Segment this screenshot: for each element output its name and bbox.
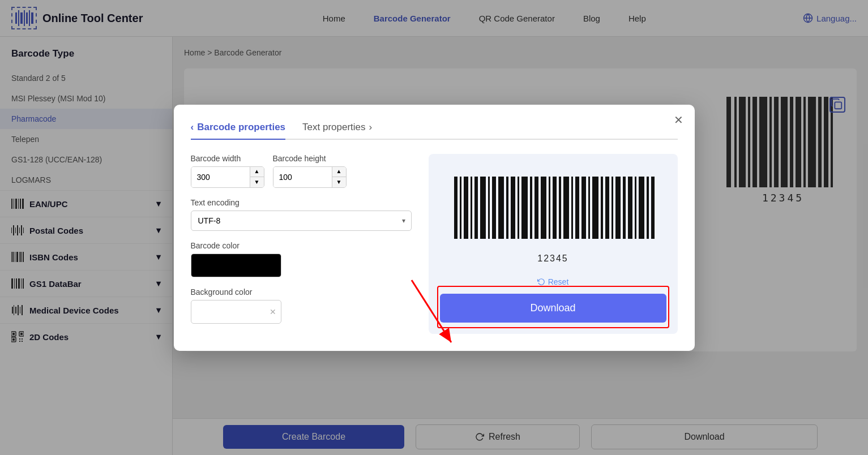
svg-rect-88 [563,177,569,239]
svg-rect-72 [471,177,472,239]
form-group-encoding: Text encoding UTF-8 UTF-16 ISO-8859-1 ▾ [191,198,412,231]
form-group-barcode-color: Barcode color [191,241,412,277]
barcode-preview-number: 12345 [537,254,568,264]
tab-text-chevron-right: › [369,122,373,133]
width-spinner-buttons: ▲ ▼ [250,167,264,187]
height-increment-button[interactable]: ▲ [332,167,346,177]
svg-rect-85 [549,177,550,239]
form-side: Barcode width ▲ ▼ Barcode height [191,154,412,334]
modal-overlay[interactable]: ✕ ‹ Barcode properties Text properties ›… [0,0,868,455]
svg-rect-79 [511,177,515,239]
reset-label: Reset [548,277,569,286]
barcode-width-input[interactable] [191,167,250,187]
svg-rect-91 [581,177,586,239]
barcode-height-label: Barcode height [273,154,347,163]
svg-rect-76 [492,177,496,239]
text-encoding-select-wrapper: UTF-8 UTF-16 ISO-8859-1 ▾ [191,211,412,231]
height-decrement-button[interactable]: ▼ [332,177,346,187]
svg-rect-73 [474,177,478,239]
svg-rect-98 [623,177,626,239]
svg-rect-103 [651,177,655,239]
svg-rect-71 [464,177,468,239]
modal-body: Barcode width ▲ ▼ Barcode height [191,154,678,334]
barcode-height-group: Barcode height ▲ ▼ [273,154,347,188]
barcode-height-input-spinner: ▲ ▼ [273,166,347,188]
svg-rect-70 [460,177,461,239]
svg-rect-86 [553,177,557,239]
barcode-preview-svg [451,177,655,250]
form-group-bg-color: Background color ✕ [191,287,412,324]
svg-rect-81 [521,177,528,239]
svg-rect-87 [559,177,561,239]
tab-text-label: Text properties [302,122,366,133]
tab-barcode-properties[interactable]: ‹ Barcode properties [191,122,286,140]
svg-rect-75 [488,177,490,239]
height-spinner-buttons: ▲ ▼ [332,167,346,187]
svg-rect-102 [647,177,649,239]
svg-rect-78 [506,177,508,239]
svg-rect-74 [480,177,486,239]
tab-text-properties[interactable]: Text properties › [302,122,372,139]
svg-rect-83 [535,177,538,239]
svg-rect-93 [592,177,598,239]
barcode-color-swatch-inner [191,254,281,277]
modal-tabs: ‹ Barcode properties Text properties › [191,122,678,140]
width-decrement-button[interactable]: ▼ [250,177,264,187]
svg-rect-97 [615,177,621,239]
svg-rect-92 [588,177,590,239]
barcode-width-input-spinner: ▲ ▼ [191,166,264,188]
svg-rect-100 [635,177,636,239]
swatch-clear-icon[interactable]: ✕ [270,307,276,316]
barcode-width-group: Barcode width ▲ ▼ [191,154,264,188]
background-color-swatch[interactable]: ✕ [191,300,281,324]
svg-rect-84 [541,177,546,239]
text-encoding-select[interactable]: UTF-8 UTF-16 ISO-8859-1 [191,211,411,230]
barcode-color-swatch[interactable] [191,254,281,277]
barcode-color-label: Barcode color [191,241,412,250]
svg-rect-101 [639,177,644,239]
svg-rect-89 [571,177,573,239]
form-group-dimensions: Barcode width ▲ ▼ Barcode height [191,154,412,188]
tab-barcode-chevron-left: ‹ [191,122,194,133]
svg-rect-77 [498,177,504,239]
modal-download-button[interactable]: Download [440,294,666,323]
svg-rect-80 [518,177,519,239]
barcode-width-label: Barcode width [191,154,264,163]
form-row-dimensions: Barcode width ▲ ▼ Barcode height [191,154,412,188]
barcode-height-input[interactable] [273,167,332,187]
svg-rect-69 [454,177,457,239]
svg-rect-94 [601,177,603,239]
reset-button[interactable]: Reset [537,277,569,286]
modal: ✕ ‹ Barcode properties Text properties ›… [174,105,695,351]
barcode-preview: 12345 [440,165,666,275]
reset-icon [537,278,545,286]
svg-rect-96 [612,177,613,239]
width-increment-button[interactable]: ▲ [250,167,264,177]
svg-rect-99 [628,177,632,239]
background-color-label: Background color [191,287,412,297]
svg-rect-95 [605,177,609,239]
text-encoding-label: Text encoding [191,198,412,207]
preview-side: 12345 Reset Download [429,154,678,334]
tab-barcode-label: Barcode properties [197,122,285,133]
svg-rect-82 [530,177,532,239]
modal-close-button[interactable]: ✕ [674,113,683,127]
svg-rect-90 [575,177,579,239]
